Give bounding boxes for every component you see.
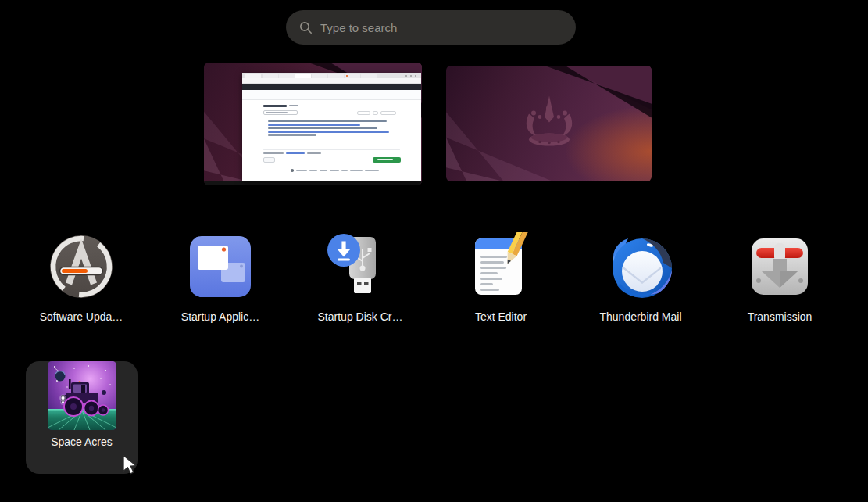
text-editor-icon bbox=[466, 232, 535, 301]
workspace-thumbnail-1[interactable] bbox=[204, 63, 422, 185]
app-label: Text Editor bbox=[438, 310, 563, 323]
browser-url-bar bbox=[242, 78, 421, 84]
search-icon bbox=[299, 21, 313, 34]
activities-overview: Type to search bbox=[0, 0, 868, 502]
crown-emblem bbox=[510, 94, 588, 152]
app-software-updater[interactable]: Software Upda… bbox=[19, 231, 144, 323]
mouse-cursor bbox=[121, 454, 141, 476]
app-label: Thunderbird Mail bbox=[578, 310, 703, 323]
app-transmission[interactable]: Transmission bbox=[717, 231, 842, 323]
search-input[interactable]: Type to search bbox=[286, 10, 576, 45]
app-text-editor[interactable]: Text Editor bbox=[438, 231, 563, 323]
space-acres-icon bbox=[48, 361, 116, 430]
app-label: Transmission bbox=[717, 310, 842, 323]
app-label: Software Upda… bbox=[19, 310, 144, 323]
startup-disk-creator-icon bbox=[326, 232, 395, 301]
transmission-icon bbox=[745, 232, 814, 301]
workspace-thumbnail-2[interactable] bbox=[446, 66, 652, 181]
site-header bbox=[242, 84, 421, 90]
browser-tab-bar bbox=[242, 73, 421, 78]
cancel-button-preview bbox=[263, 157, 275, 163]
app-startup-applications[interactable]: Startup Applic… bbox=[158, 231, 283, 323]
wiki-nav-links bbox=[242, 90, 421, 100]
app-thunderbird-mail[interactable]: Thunderbird Mail bbox=[578, 231, 703, 323]
app-startup-disk-creator[interactable]: Startup Disk Cr… bbox=[298, 231, 423, 323]
app-label: Startup Disk Cr… bbox=[298, 310, 423, 323]
thunderbird-icon bbox=[606, 232, 675, 301]
software-updater-icon bbox=[47, 232, 116, 301]
startup-applications-icon bbox=[186, 232, 255, 301]
wiki-page-content bbox=[242, 100, 421, 181]
app-label: Startup Applic… bbox=[158, 310, 283, 323]
search-placeholder: Type to search bbox=[320, 21, 397, 34]
app-label: Space Acres bbox=[26, 436, 138, 448]
browser-window-preview bbox=[242, 73, 421, 181]
